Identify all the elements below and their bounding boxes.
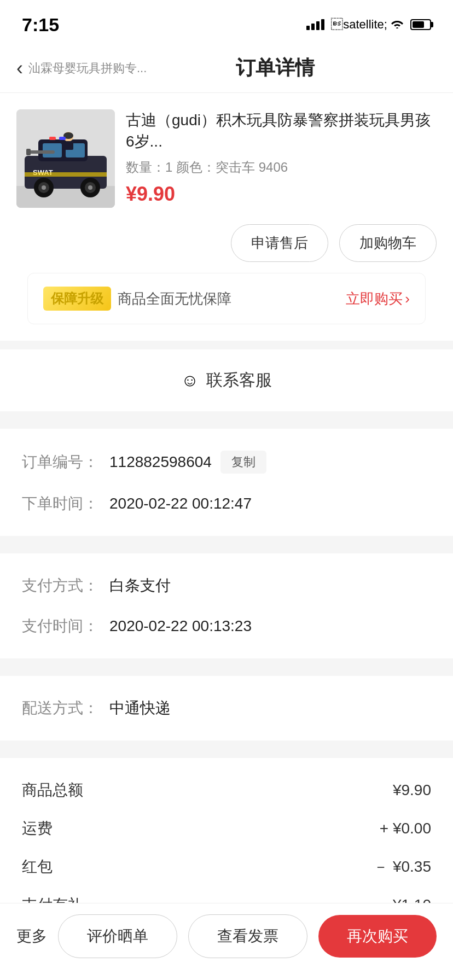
back-button[interactable]: ‹ — [16, 57, 23, 80]
delivery-info-section: 配送方式： 中通快递 — [0, 676, 453, 740]
divider-2 — [0, 536, 453, 545]
after-sales-button[interactable]: 申请售后 — [231, 224, 328, 262]
delivery-row: 配送方式： 中通快递 — [22, 698, 431, 719]
svg-rect-0 — [16, 186, 115, 208]
nav-bar: ‹ 汕霖母婴玩具拼购专... 订单详情 — [0, 44, 453, 93]
payment-info-section: 支付方式： 白条支付 支付时间： 2020-02-22 00:13:23 — [0, 553, 453, 658]
shipping-label: 运费 — [22, 818, 53, 839]
red-packet-row: 红包 － ¥0.35 — [22, 856, 431, 877]
buy-again-button[interactable]: 再次购买 — [318, 915, 437, 958]
order-time-label: 下单时间： — [22, 493, 109, 514]
chevron-right-icon: › — [405, 290, 410, 307]
order-number-row: 订单编号： 112882598604 复制 — [22, 451, 431, 474]
svg-rect-15 — [27, 150, 55, 154]
product-total-row: 商品总额 ¥9.90 — [22, 780, 431, 801]
status-icons: satellite; — [306, 18, 431, 32]
divider-4 — [0, 740, 453, 749]
battery-icon — [410, 19, 431, 30]
review-button[interactable]: 评价晒单 — [58, 914, 177, 958]
signal-icon — [306, 19, 324, 30]
svg-rect-13 — [63, 141, 73, 150]
pay-method-label: 支付方式： — [22, 575, 109, 596]
service-text: 联系客服 — [206, 369, 272, 392]
delivery-label: 配送方式： — [22, 698, 109, 719]
product-image: SWAT — [16, 109, 115, 208]
order-time-row: 下单时间： 2020-02-22 00:12:47 — [22, 493, 431, 514]
pay-time-label: 支付时间： — [22, 616, 109, 637]
status-bar: 7:15 satellite; — [0, 0, 453, 44]
svg-rect-17 — [49, 137, 56, 140]
protection-text: 商品全面无忧保障 — [118, 289, 231, 308]
product-meta: 数量：1 颜色：突击车 9406 — [126, 159, 437, 176]
svg-rect-18 — [59, 137, 66, 140]
divider-3 — [0, 658, 453, 667]
product-total-value: ¥9.90 — [393, 781, 431, 799]
red-packet-label: 红包 — [22, 856, 53, 877]
svg-rect-19 — [25, 172, 107, 177]
page-title: 订单详情 — [147, 55, 404, 81]
order-number-label: 订单编号： — [22, 452, 109, 472]
order-time-value: 2020-02-22 00:12:47 — [109, 495, 252, 512]
order-number-text: 112882598604 — [109, 453, 212, 471]
protection-left: 保障升级 商品全面无忧保障 — [43, 287, 231, 311]
pay-method-value: 白条支付 — [109, 575, 171, 596]
service-icon: ☺ — [181, 370, 199, 390]
copy-button[interactable]: 复制 — [220, 451, 266, 474]
pay-time-row: 支付时间： 2020-02-22 00:13:23 — [22, 616, 431, 637]
pay-method-row: 支付方式： 白条支付 — [22, 575, 431, 596]
shipping-row: 运费 + ¥0.00 — [22, 818, 431, 839]
bottom-bar: 更多 评价晒单 查看发票 再次购买 — [0, 903, 453, 980]
product-price: ¥9.90 — [126, 183, 437, 206]
product-section: SWAT — [0, 93, 453, 341]
divider-1 — [0, 411, 453, 420]
svg-point-8 — [42, 185, 46, 190]
action-buttons: 申请售后 加购物车 — [16, 224, 437, 262]
shipping-value: + ¥0.00 — [380, 820, 431, 837]
protection-bar: 保障升级 商品全面无忧保障 立即购买 › — [27, 273, 426, 324]
service-section[interactable]: ☺ 联系客服 — [0, 349, 453, 411]
red-packet-value: － ¥0.35 — [373, 856, 431, 877]
svg-point-11 — [88, 185, 92, 190]
buy-now-text: 立即购买 — [346, 289, 403, 308]
order-number-value: 112882598604 复制 — [109, 451, 266, 474]
protection-badge: 保障升级 — [43, 287, 111, 311]
wifi-icon: satellite; — [331, 18, 404, 32]
svg-rect-16 — [26, 149, 31, 155]
delivery-value: 中通快递 — [109, 698, 171, 719]
store-name: 汕霖母婴玩具拼购专... — [28, 60, 147, 77]
buy-now-link[interactable]: 立即购买 › — [346, 289, 410, 308]
more-button[interactable]: 更多 — [16, 926, 47, 947]
product-info: 古迪（gudi）积木玩具防暴警察拼装玩具男孩6岁... 数量：1 颜色：突击车 … — [126, 109, 437, 208]
add-to-cart-button[interactable]: 加购物车 — [339, 224, 437, 262]
order-info-section: 订单编号： 112882598604 复制 下单时间： 2020-02-22 0… — [0, 429, 453, 536]
status-time: 7:15 — [22, 14, 59, 36]
invoice-button[interactable]: 查看发票 — [188, 914, 307, 958]
product-name: 古迪（gudi）积木玩具防暴警察拼装玩具男孩6岁... — [126, 109, 437, 152]
product-total-label: 商品总额 — [22, 780, 83, 801]
pay-time-value: 2020-02-22 00:13:23 — [109, 617, 252, 635]
product-card: SWAT — [16, 109, 437, 208]
